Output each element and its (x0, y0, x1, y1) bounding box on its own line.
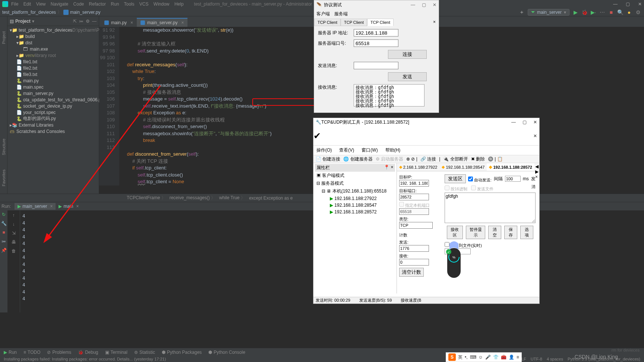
close-icon[interactable]: × (76, 204, 79, 209)
start-server-button[interactable]: ⚙ 启动服务器 (376, 156, 403, 162)
menu-operate[interactable]: 操作(O) (316, 147, 332, 153)
conn-tab-1[interactable]: ◆2.168.1.188:27922 (397, 163, 440, 171)
bc-class[interactable]: TCPClientFrame (127, 195, 166, 201)
conn-tab-2[interactable]: ◆192.168.1.188:28547 (439, 163, 487, 171)
side-tab-favorites[interactable]: Favorites (1, 169, 6, 186)
minimize-icon[interactable]: — (511, 120, 516, 125)
crumb-project[interactable]: test_platform_for_devieces (2, 10, 56, 15)
tree-row[interactable]: 📄file3.txt (7, 71, 99, 77)
maximize-icon[interactable]: ▢ (523, 120, 527, 125)
bb-statistic[interactable]: ⊚ Statistic (134, 350, 155, 355)
conn-tab-3[interactable]: ◆192.168.1.188:28572 (487, 163, 534, 171)
bb-debug[interactable]: 🐞 Debug (78, 350, 98, 355)
crumb-file[interactable]: main_server.py (70, 10, 100, 15)
add-config-icon[interactable]: ＋ (519, 9, 525, 15)
tcp-client-tab-1[interactable]: TCP Client (314, 19, 341, 26)
create-server-button[interactable]: 🌐 创建服务器 (343, 156, 372, 162)
send-button[interactable]: 发送 (388, 72, 427, 81)
tree-client-mode[interactable]: ▣ 客户端模式 (315, 172, 395, 180)
up-icon[interactable]: ↑ (13, 213, 15, 218)
tree-row[interactable]: 🗃Scratches and Consoles (7, 128, 99, 134)
trash-icon[interactable]: 🗑 (12, 248, 16, 254)
collapse-icon[interactable]: ⇱ (73, 19, 77, 24)
menu-edit[interactable]: Edit (23, 1, 31, 7)
hide-icon[interactable]: — (92, 19, 97, 24)
menu-view[interactable]: 查看(V) (339, 147, 354, 153)
tree-row[interactable]: 🐍main.py (7, 77, 99, 84)
input-interval[interactable] (505, 176, 521, 182)
menu-refactor[interactable]: Refactor (89, 1, 106, 7)
ime-toolbar[interactable]: S 英 •, ⌨ ☺ 🎤 👕 🧰 👤 ≡ (446, 352, 522, 362)
receive-textbox[interactable]: 接收消息：gfdfgh 接收消息：gfdfgh 接收消息：gfdfgh 接收消息… (354, 84, 424, 107)
side-tab-project[interactable]: Project (1, 31, 6, 44)
bc-except[interactable]: except Exception as e (249, 196, 293, 201)
tree-row[interactable]: 📄main.spec (7, 84, 99, 90)
bb-python-packages[interactable]: ⬢ Python Packages (162, 350, 202, 355)
sogou-icon[interactable]: S (448, 353, 456, 361)
save-button[interactable]: 保存 (504, 226, 517, 239)
settings-icon[interactable]: 🔧 (1, 221, 7, 226)
tree-row[interactable]: 🐍socket_get_device_ip.py (7, 103, 99, 109)
send-textarea[interactable]: gfdfgh (445, 193, 536, 223)
debug-icon[interactable]: 🐞 (581, 9, 587, 15)
minimize-icon[interactable]: — (411, 2, 415, 7)
tree-row[interactable]: ▸ 📁venv library root (7, 52, 99, 58)
tree-conn-3[interactable]: ▶ 192.168.1.188:28572 (315, 209, 395, 215)
tree-row[interactable]: 🗔main.exe (7, 46, 99, 52)
run-config-dropdown[interactable]: main_server ▾ (528, 9, 569, 16)
menu-vcs[interactable]: VCS (139, 1, 149, 7)
ime-keyboard-icon[interactable]: ⌨ (470, 355, 476, 360)
minimize-icon[interactable]: — (613, 1, 618, 7)
ime-mic-icon[interactable]: 🎤 (485, 355, 491, 360)
create-conn-button[interactable]: 📄 创建连接 (316, 156, 340, 162)
run-tab-main[interactable]: ▶main× (56, 203, 82, 210)
menu-window[interactable]: 窗口(W) (362, 147, 378, 153)
menu-window[interactable]: Window (154, 1, 170, 7)
tree-row[interactable]: 🐍电影的源代码.py (7, 115, 99, 122)
input-target-port[interactable] (399, 194, 429, 200)
tree-row[interactable]: ▸ 📁build (7, 33, 99, 39)
maximize-icon[interactable]: ▢ (626, 1, 630, 7)
bb-terminal[interactable]: ▣ Terminal (105, 350, 127, 355)
tree-row[interactable]: 📄file2.txt (7, 65, 99, 71)
close-icon[interactable]: × (391, 165, 394, 170)
chk-auto-send[interactable] (468, 177, 473, 181)
expand-icon[interactable]: ≔ (79, 19, 83, 24)
stop-icon[interactable]: ■ (2, 230, 5, 235)
bb-problems[interactable]: ⊘ Problems (47, 350, 71, 355)
bb-todo[interactable]: ≡ TODO (23, 350, 40, 355)
ime-skin-icon[interactable]: 👕 (493, 355, 499, 360)
disconnect-all-button[interactable]: 🔌 全部断开 (443, 156, 468, 162)
menu-tools[interactable]: Tools (124, 1, 134, 7)
wrap-icon[interactable]: ⇲ (12, 231, 16, 236)
indent[interactable]: 4 spaces (547, 357, 563, 361)
close-icon[interactable]: ✕ (533, 133, 537, 139)
run-tab-main-server[interactable]: ▶main_server× (15, 203, 56, 210)
menu-run[interactable]: Run (111, 1, 119, 7)
close-icon[interactable]: ✕ (638, 1, 642, 7)
attach-icon[interactable]: ⋯ (599, 9, 605, 15)
clear-count-button[interactable]: 清空计数 (399, 268, 424, 277)
tree-row[interactable]: 📄your_script.spec (7, 109, 99, 115)
ime-menu-icon[interactable]: ≡ (517, 355, 519, 360)
close-icon[interactable]: × (130, 20, 133, 25)
menu-code[interactable]: Code (73, 1, 84, 7)
tree-conn-1[interactable]: ▶ 192.168.1.188:27922 (315, 195, 395, 202)
tree-row[interactable]: ▾ 📁dist (7, 39, 99, 46)
tab-server[interactable]: 服务端 (334, 11, 348, 17)
input-send[interactable] (354, 62, 398, 69)
menu-help[interactable]: Help (174, 1, 184, 7)
more-icon[interactable]: 🔘 | 📋 (488, 156, 503, 162)
status-message[interactable]: Installing packages failed: Installing p… (4, 357, 166, 361)
bc-method[interactable]: receive_messages() (170, 195, 215, 201)
tcp-client-tab-2[interactable]: TCP Client (341, 19, 367, 26)
tree-host[interactable]: ⊟ 🖥 本机(192.168.1.188):65518 (315, 187, 395, 195)
send-area-button[interactable]: 发送区 (445, 174, 466, 183)
tab-main-py[interactable]: main.py× (101, 18, 137, 27)
input-port[interactable] (354, 39, 398, 47)
layout-icon[interactable]: ≔ (1, 239, 6, 244)
tcp-client-tab-3[interactable]: TCP Client (367, 19, 394, 26)
tree-row[interactable]: ▾ 📁test_platform_for_devieces D:\pycharm… (7, 27, 99, 33)
close-tab-icon[interactable]: × (430, 19, 439, 26)
close-icon[interactable]: ✕ (433, 2, 436, 7)
